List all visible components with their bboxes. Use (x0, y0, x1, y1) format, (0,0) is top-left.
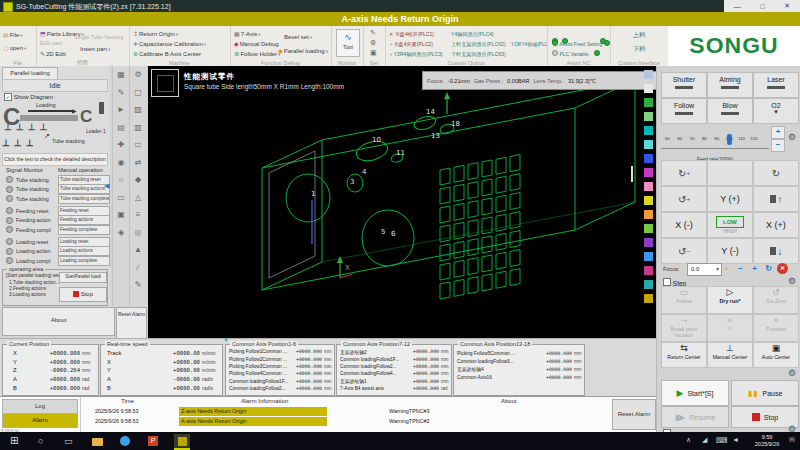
follow-button[interactable]: Follow (661, 98, 707, 124)
go-zero-button[interactable]: ↺Go Zero (753, 286, 799, 314)
color-swatch[interactable] (644, 224, 653, 233)
follow-holder-button[interactable]: ⚙Follow Holder▾ (234, 50, 280, 57)
plc63-output[interactable]: 下料支架回原点(PLC63) (451, 51, 513, 58)
focus-apply-button[interactable]: › (721, 263, 732, 274)
toolbar-icon[interactable]: ▭ (130, 136, 146, 154)
insert-part-button[interactable]: Insert part▾ (80, 46, 110, 52)
plc-variable-button[interactable]: PLC Variable (552, 50, 600, 57)
tab-parallel-loading[interactable]: Parallel loading (2, 67, 58, 79)
notification-icon[interactable]: ✉ (789, 436, 795, 444)
feed-rate-slider[interactable]: 5060708090100110120 Feed rate(100%) (661, 126, 769, 162)
plc64-output[interactable]: Y1和Y4前端(PLC64) (511, 41, 547, 47)
speaker-icon[interactable]: ◄ (732, 436, 739, 443)
jog-y-plus-button[interactable]: Y (+) (707, 186, 753, 212)
color-swatch[interactable] (644, 126, 653, 135)
color-swatch[interactable] (644, 238, 653, 247)
manual-action-button[interactable]: Feeding actions (58, 215, 110, 225)
toolbar-icon[interactable]: ○ (113, 171, 129, 189)
stop-parallel-button[interactable]: Stop (59, 287, 107, 302)
toolbar-icon[interactable]: ✎ (130, 276, 146, 294)
jog-rotate-a-plus[interactable]: ↻+ (661, 160, 707, 186)
jog-x-minus-button[interactable]: X (-) (661, 212, 707, 238)
toolbar-icon[interactable]: ◎ (130, 224, 146, 242)
pause-button[interactable]: ▮▮Pause (731, 380, 799, 406)
plc2-output[interactable]: ◑ 卡盘4夹紧(PLC2) (389, 41, 449, 48)
jog-speed-toggle[interactable]: LOW HIGH (707, 212, 753, 238)
action-settings-gear-icon[interactable]: ⚙ (788, 368, 796, 378)
toolbar-icon[interactable]: ⇄ (130, 154, 146, 172)
reset-alarm-side-button[interactable]: Reset Alarm (116, 307, 147, 339)
load-button[interactable]: 上料 (610, 31, 668, 40)
2d-edit-button[interactable]: ✎2D Edit (40, 50, 66, 57)
focus-cancel-icon[interactable]: ✕ (777, 263, 788, 274)
return-origin-button[interactable]: ↥Return Origin▾ (133, 30, 178, 37)
color-swatch[interactable] (644, 196, 653, 205)
color-swatch[interactable] (644, 154, 653, 163)
backward-button[interactable]: «Y- (707, 314, 753, 342)
color-swatch[interactable] (644, 252, 653, 261)
forward-button[interactable]: »Forward (753, 314, 799, 342)
jog-z-down-button[interactable]: ↓ (753, 238, 799, 264)
file-explorer-icon[interactable] (92, 438, 103, 446)
toolbar-icon[interactable]: ◈ (113, 224, 129, 242)
jog-settings-gear-icon[interactable]: ⚙ (788, 276, 796, 286)
aiming-button[interactable]: Aiming (707, 72, 753, 98)
color-swatch[interactable] (644, 98, 653, 107)
toolbar-icon[interactable]: ⚙ (130, 66, 146, 84)
plc1-output[interactable]: ✕ 卡盘4松开(PLC1) (389, 31, 449, 38)
search-icon[interactable]: ○ (38, 436, 43, 446)
gear-icon[interactable]: ⚙ (370, 39, 376, 47)
start-button[interactable]: ▶Start*[S] (661, 380, 729, 406)
return-center-button[interactable]: ⇆Return Center (661, 342, 707, 368)
close-button[interactable]: ✕ (784, 2, 790, 10)
panel-handle-icon[interactable]: ▼ (223, 337, 229, 343)
plc62-output[interactable]: 上料支架回原点(PLC62) (451, 41, 513, 48)
maximize-button[interactable]: □ (760, 3, 764, 10)
toolbar-icon[interactable]: ◆ (130, 171, 146, 189)
toolbar-icon[interactable]: ≡ (130, 206, 146, 224)
toolbar-icon[interactable]: ∕ (130, 259, 146, 277)
shutter-button[interactable]: Shutter (661, 72, 707, 98)
feed-plus-button[interactable]: + (771, 126, 785, 139)
toolbar-icon[interactable]: ▨ (130, 101, 146, 119)
unload-button[interactable]: 下料 (610, 45, 668, 54)
parallel-loading-button[interactable]: ◆Parallel loading▾ (278, 47, 328, 54)
slider-handle[interactable] (727, 134, 732, 145)
calibrate-b-axis-button[interactable]: ⊕Calibrate B Axis Center (133, 50, 201, 57)
pen-tool-icon[interactable]: ✎ (370, 29, 376, 37)
manual-action-button[interactable]: Tube stacking complete (58, 194, 110, 204)
seven-axis-button[interactable]: ▦7-Axis▾ (234, 30, 261, 37)
active-app-icon[interactable] (174, 434, 190, 450)
feed-settings-gear-icon[interactable]: ⚙ (788, 132, 796, 142)
single-tube-nesting-button[interactable]: Single Tube Nesting (74, 34, 123, 40)
gas-o2-dropdown[interactable]: O2▼ (753, 98, 799, 124)
tab-alarm[interactable]: Alarm (2, 413, 78, 428)
windows-start-icon[interactable]: ⊞ (10, 435, 18, 446)
focus-plus-button[interactable]: + (749, 263, 760, 274)
color-swatch[interactable] (644, 84, 653, 93)
focus-minus-button[interactable]: − (735, 263, 746, 274)
capacitance-calibration-button[interactable]: ✛Capacitance Calibration▾ (133, 40, 206, 47)
focus-refresh-icon[interactable]: ↻ (763, 263, 774, 274)
assist-feed-setting-button[interactable]: Assist Feed Setting (552, 40, 610, 47)
bevel-set-button[interactable]: Bevel set▾ (284, 34, 312, 40)
color-swatch[interactable] (644, 210, 653, 219)
color-swatch[interactable] (644, 266, 653, 275)
alarm-row[interactable]: 2025/9/26 9:58:53 A-axis Needs Return Or… (81, 417, 613, 427)
3d-viewport[interactable]: 101113141843156X 性能测试零件 Square tube Side… (148, 66, 656, 338)
color-swatch[interactable] (644, 70, 653, 79)
toolbar-icon[interactable]: ▲ (130, 241, 146, 259)
manual-action-button[interactable]: Tube stacking actions (58, 184, 110, 194)
resume-button[interactable]: ▮▶Resume (661, 406, 729, 428)
toolbar-icon[interactable]: △ (130, 189, 146, 207)
hint-banner[interactable]: Click the text to check the detailed des… (2, 153, 108, 166)
toolbar-icon[interactable]: ▦ (113, 66, 129, 84)
blow-button[interactable]: Blow (707, 98, 753, 124)
keyboard-icon[interactable]: ⌨ (716, 436, 728, 445)
focus-select[interactable]: 0.0▾ (687, 263, 722, 276)
jog-y-minus-button[interactable]: Y (-) (707, 238, 753, 264)
alarm-row[interactable]: 2025/9/26 9:58:53 Z-axis Needs Return Or… (81, 407, 613, 417)
reset-alarm-button[interactable]: Reset Alarm (612, 399, 656, 430)
toolbar-icon[interactable]: ▤ (113, 119, 129, 137)
edge-browser-icon[interactable] (120, 436, 130, 446)
